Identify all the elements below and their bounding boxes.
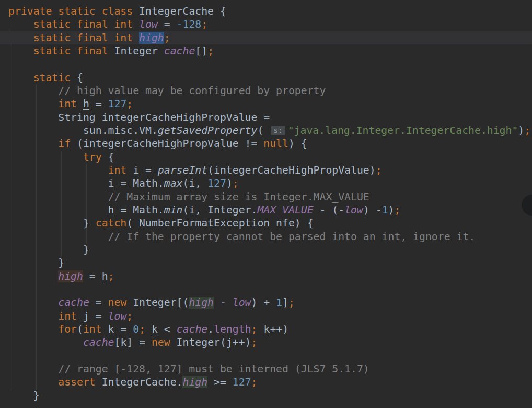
code-token-com: // If the property cannot be parsed into… bbox=[8, 231, 475, 243]
code-line[interactable]: // high value may be configured by prope… bbox=[0, 84, 532, 97]
code-line[interactable]: int i = parseInt(integerCacheHighPropVal… bbox=[0, 164, 532, 177]
code-token-def: { bbox=[71, 72, 83, 84]
code-line[interactable]: assert IntegerCache.high >= 127; bbox=[0, 376, 532, 389]
code-line-current[interactable]: static final int high; bbox=[0, 31, 532, 44]
code-token-def: IntegerCache. bbox=[96, 376, 183, 388]
code-line[interactable]: int h = 127; bbox=[0, 97, 532, 110]
code-token-semi: ; bbox=[108, 270, 114, 282]
code-token-def: { bbox=[102, 151, 114, 163]
code-line[interactable]: cache = new Integer[(high - low) + 1]; bbox=[0, 296, 532, 309]
code-line[interactable]: static final Integer cache[]; bbox=[0, 44, 532, 58]
code-token-kw: static final int bbox=[8, 18, 133, 30]
code-token-semi: ; bbox=[164, 32, 170, 44]
code-token-def: (integerCacheHighPropValue) bbox=[207, 164, 376, 176]
code-token-def: = bbox=[89, 310, 108, 322]
code-line[interactable]: } catch( NumberFormatException nfe) { bbox=[0, 217, 532, 230]
code-line[interactable]: if (integerCacheHighPropValue != null) { bbox=[0, 137, 532, 150]
code-token-um: j bbox=[83, 310, 89, 322]
code-line[interactable]: } bbox=[0, 243, 532, 256]
code-line[interactable]: // range [-128, 127] must be interned (J… bbox=[0, 362, 532, 376]
code-token-kw: null bbox=[263, 138, 288, 150]
code-token-um: j bbox=[226, 336, 233, 348]
code-token-def bbox=[102, 323, 108, 335]
code-token-semi: ; bbox=[288, 297, 295, 309]
code-token-def: - (- bbox=[314, 204, 345, 216]
code-token-fld: high bbox=[139, 32, 164, 44]
code-line[interactable]: h = Math.min(i, Integer.MAX_VALUE - (-lo… bbox=[0, 203, 532, 217]
code-token-num: 127 bbox=[233, 376, 251, 388]
code-token-def bbox=[8, 336, 83, 348]
code-line[interactable]: } bbox=[0, 389, 532, 402]
code-line[interactable]: } bbox=[0, 256, 532, 269]
code-line[interactable]: cache[k] = new Integer(j++); bbox=[0, 336, 532, 349]
code-token-num: 127 bbox=[207, 177, 226, 189]
code-token-um: i bbox=[108, 177, 114, 189]
code-token-fld: cache bbox=[58, 297, 89, 309]
code-line[interactable] bbox=[0, 58, 532, 71]
code-token-semi: ; bbox=[376, 164, 382, 176]
code-line[interactable]: i = Math.max(i, 127); bbox=[0, 177, 532, 190]
code-line[interactable]: // If the property cannot be parsed into… bbox=[0, 230, 532, 243]
code-token-um: k bbox=[263, 323, 270, 335]
code-token-kw: assert bbox=[8, 376, 96, 388]
code-editor[interactable]: private static class IntegerCache { stat… bbox=[0, 0, 532, 408]
code-token-def bbox=[8, 297, 58, 309]
code-token-def bbox=[133, 32, 139, 44]
code-line[interactable]: try { bbox=[0, 151, 532, 164]
code-token-sm: parseInt bbox=[158, 164, 207, 176]
code-token-def: ) + bbox=[251, 297, 276, 309]
code-token-def bbox=[126, 164, 133, 176]
code-token-um: h bbox=[102, 270, 108, 282]
code-token-com: // high value may be configured by prope… bbox=[8, 85, 326, 97]
code-token-def: ] bbox=[282, 297, 288, 309]
code-token-num: 1 bbox=[276, 297, 282, 309]
code-line[interactable]: high = h; bbox=[0, 270, 532, 283]
code-line[interactable]: private static class IntegerCache { bbox=[0, 5, 532, 18]
code-token-def: ( bbox=[183, 204, 189, 216]
code-line[interactable] bbox=[0, 349, 532, 362]
code-line[interactable]: // Maximum array size is Integer.MAX_VAL… bbox=[0, 190, 532, 203]
code-line[interactable]: static { bbox=[0, 71, 532, 84]
code-token-kw: new bbox=[108, 297, 127, 309]
parameter-name-hint[interactable]: s: bbox=[271, 126, 285, 135]
code-token-kw: static final int bbox=[8, 32, 133, 44]
code-token-def bbox=[8, 270, 58, 282]
code-token-fld: high bbox=[182, 376, 207, 388]
code-token-fldl: length bbox=[214, 323, 251, 335]
code-line[interactable]: String integerCacheHighPropValue = bbox=[0, 111, 532, 124]
code-line[interactable]: sun.misc.VM.getSavedProperty( s:"java.la… bbox=[0, 124, 532, 137]
code-token-def: ) bbox=[388, 204, 395, 216]
code-token-um: i bbox=[133, 164, 139, 176]
code-token-fld: low bbox=[233, 297, 251, 309]
code-line[interactable]: int j = low; bbox=[0, 310, 532, 323]
code-token-kw: int bbox=[8, 98, 77, 110]
code-token-def: = bbox=[83, 270, 102, 282]
code-token-semi: ; bbox=[251, 323, 258, 335]
code-token-def: } bbox=[8, 390, 40, 402]
code-token-um: k bbox=[120, 336, 126, 348]
code-token-um: h bbox=[108, 204, 114, 216]
code-token-num: 127 bbox=[108, 98, 127, 110]
code-token-def: = bbox=[89, 98, 108, 110]
code-token-kw: static final bbox=[8, 45, 108, 57]
code-token-semi: ; bbox=[394, 204, 400, 216]
code-line[interactable] bbox=[0, 283, 532, 296]
code-token-sm: max bbox=[164, 177, 183, 189]
code-token-def: = bbox=[89, 297, 108, 309]
code-token-semi: ; bbox=[139, 323, 145, 335]
code-line[interactable]: for(int k = 0; k < cache.length; k++) bbox=[0, 323, 532, 336]
code-token-semi: ; bbox=[201, 18, 207, 30]
code-token-def: ++) bbox=[270, 323, 288, 335]
code-token-kw: private static class bbox=[8, 5, 139, 17]
code-token-fld: cache bbox=[177, 323, 208, 335]
code-token-def: (integerCacheHighPropValue != bbox=[71, 138, 263, 150]
code-token-kw: catch bbox=[96, 217, 127, 229]
code-token-def: ) bbox=[226, 177, 233, 189]
code-token-fld: high bbox=[189, 297, 214, 309]
code-line[interactable]: static final int low = -128; bbox=[0, 18, 532, 31]
code-token-def: sun.misc.VM. bbox=[8, 124, 158, 137]
code-token-def: [ bbox=[114, 336, 120, 348]
code-token-def bbox=[258, 323, 264, 335]
code-token-def: } bbox=[8, 257, 64, 269]
code-token-def: - bbox=[214, 297, 233, 309]
